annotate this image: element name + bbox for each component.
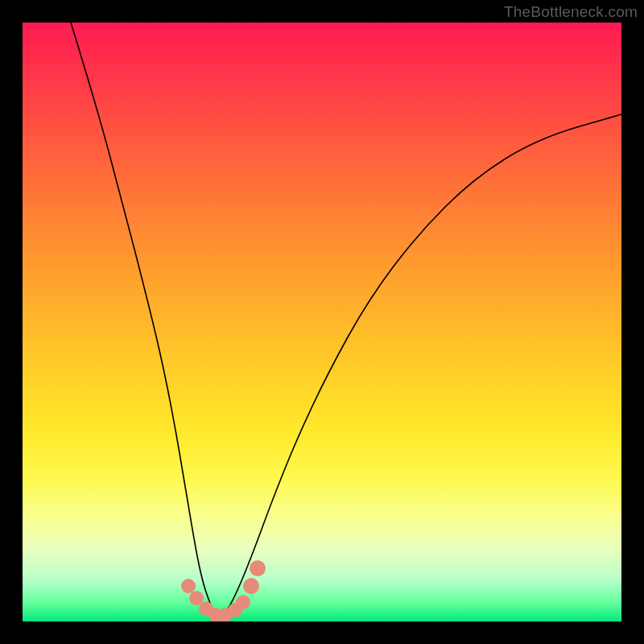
- marker-bead: [181, 579, 196, 593]
- marker-bead: [250, 560, 266, 576]
- bottom-markers-group: [181, 560, 266, 621]
- curve-left-branch: [71, 23, 219, 618]
- chart-frame: TheBottleneck.com: [0, 0, 644, 644]
- marker-bead: [236, 595, 250, 609]
- watermark-text: TheBottleneck.com: [504, 3, 638, 21]
- marker-bead: [243, 578, 259, 594]
- curve-right-branch: [219, 114, 621, 618]
- plot-svg: [23, 23, 621, 621]
- plot-area: [23, 23, 621, 621]
